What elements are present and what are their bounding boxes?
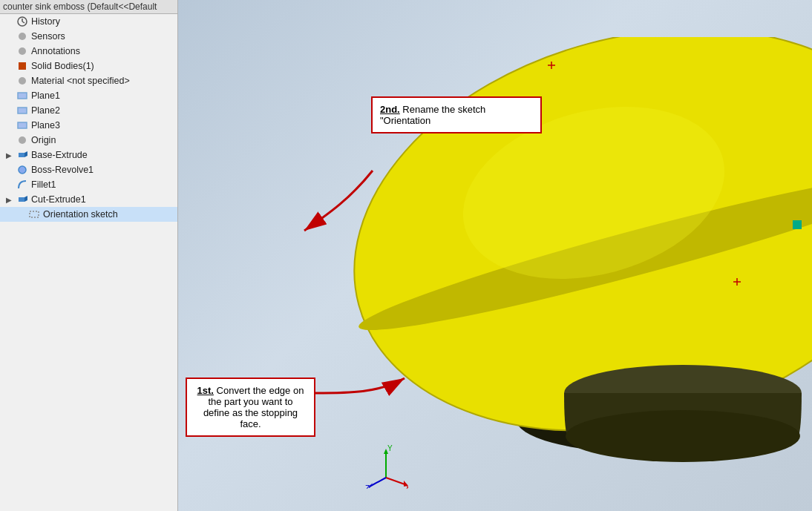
sidebar-item-label-origin: Origin: [31, 135, 56, 145]
icon-annotation: [16, 45, 28, 57]
icon-solid: [16, 60, 28, 72]
sidebar-item-label-material: Material <not specified>: [31, 76, 130, 86]
annotation-1st: 1st. Convert the edge on the part you wa…: [186, 378, 315, 437]
expand-arrow-boss-revolve1[interactable]: [6, 166, 13, 174]
svg-rect-9: [18, 122, 27, 128]
sidebar-item-label-plane1: Plane1: [31, 90, 60, 101]
sidebar-item-label-solid-bodies: Solid Bodies(1): [31, 61, 94, 71]
sidebar-item-boss-revolve1[interactable]: Boss-Revolve1: [0, 162, 177, 177]
annotation-2nd: 2nd. Rename the sketch "Orientation: [371, 96, 542, 133]
svg-line-2: [22, 22, 24, 23]
svg-point-4: [19, 47, 26, 55]
sidebar-item-solid-bodies[interactable]: Solid Bodies(1): [0, 59, 177, 73]
svg-rect-16: [30, 211, 39, 217]
expand-arrow-annotations[interactable]: [6, 47, 13, 56]
svg-marker-15: [24, 196, 27, 202]
sidebar-item-origin[interactable]: Origin: [0, 133, 177, 148]
3d-viewport[interactable]: 2nd. Rename the sketch "Orientation 1st.…: [178, 0, 812, 511]
svg-point-10: [19, 136, 26, 144]
sidebar-item-plane3[interactable]: Plane3: [0, 118, 177, 133]
svg-point-13: [19, 166, 26, 174]
svg-rect-30: [793, 220, 802, 229]
svg-marker-12: [24, 151, 27, 157]
sidebar-item-annotations[interactable]: Annotations: [0, 44, 177, 59]
sidebar-item-label-orientation-sketch: Orientation sketch: [43, 209, 118, 220]
icon-extrude: [16, 149, 28, 161]
expand-arrow-cut-extrude1[interactable]: ▶: [6, 196, 13, 204]
coordinate-triad: Y X Z: [364, 444, 408, 489]
icon-cut: [16, 194, 28, 205]
expand-arrow-history[interactable]: [6, 18, 13, 26]
svg-rect-7: [18, 93, 27, 99]
icon-plane: [16, 90, 28, 102]
sidebar-item-sensors[interactable]: Sensors: [0, 29, 177, 44]
step-1st-label: 1st.: [197, 385, 214, 396]
svg-rect-11: [19, 153, 24, 157]
sidebar-item-label-plane2: Plane2: [31, 105, 60, 116]
expand-arrow-plane3[interactable]: [6, 122, 13, 130]
sidebar-item-label-cut-extrude1: Cut-Extrude1: [31, 194, 86, 205]
svg-rect-14: [19, 197, 24, 202]
expand-arrow-solid-bodies[interactable]: [6, 62, 13, 70]
sidebar-item-plane2[interactable]: Plane2: [0, 103, 177, 118]
icon-revolve: [16, 164, 28, 176]
sidebar-item-label-history: History: [31, 16, 60, 27]
feature-tree-sidebar: counter sink emboss (Default<<Default Hi…: [0, 0, 178, 511]
svg-rect-8: [18, 108, 27, 113]
expand-arrow-plane2[interactable]: [6, 107, 13, 115]
sidebar-item-orientation-sketch[interactable]: Orientation sketch: [0, 207, 177, 222]
svg-line-35: [386, 478, 407, 485]
sidebar-item-label-annotations: Annotations: [31, 46, 80, 56]
sidebar-item-label-fillet1: Fillet1: [31, 179, 56, 190]
expand-arrow-orientation-sketch[interactable]: [18, 211, 25, 219]
sidebar-item-material[interactable]: Material <not specified>: [0, 73, 177, 88]
part-name-header: counter sink emboss (Default<<Default: [0, 0, 177, 14]
svg-text:Z: Z: [365, 484, 370, 489]
icon-sensor: [16, 30, 28, 42]
icon-plane: [16, 105, 28, 116]
svg-point-6: [19, 77, 26, 85]
sidebar-item-history[interactable]: History: [0, 14, 177, 29]
expand-arrow-fillet1[interactable]: [6, 181, 13, 189]
icon-clock: [16, 16, 28, 27]
step-2nd-label: 2nd.: [380, 104, 400, 115]
svg-text:Y: Y: [387, 444, 393, 452]
sidebar-item-fillet1[interactable]: Fillet1: [0, 177, 177, 192]
sidebar-item-label-sensors: Sensors: [31, 31, 65, 42]
expand-arrow-material[interactable]: [6, 77, 13, 85]
icon-origin: [16, 134, 28, 146]
sidebar-item-cut-extrude1[interactable]: ▶Cut-Extrude1: [0, 192, 177, 207]
icon-sketch: [28, 208, 40, 220]
svg-line-38: [370, 478, 386, 487]
annotation-1st-text: Convert the edge on the part you want to…: [203, 385, 304, 429]
sidebar-item-base-extrude[interactable]: ▶Base-Extrude: [0, 148, 177, 162]
svg-text:X: X: [405, 484, 408, 489]
icon-material: [16, 75, 28, 87]
svg-point-25: [566, 410, 800, 462]
sidebar-item-label-boss-revolve1: Boss-Revolve1: [31, 165, 94, 175]
expand-arrow-base-extrude[interactable]: ▶: [6, 151, 13, 159]
sidebar-item-label-base-extrude: Base-Extrude: [31, 150, 88, 160]
icon-plane: [16, 119, 28, 131]
expand-arrow-plane1[interactable]: [6, 92, 13, 100]
sidebar-item-label-plane3: Plane3: [31, 120, 60, 131]
icon-fillet: [16, 179, 28, 191]
expand-arrow-origin[interactable]: [6, 136, 13, 145]
svg-point-3: [19, 33, 26, 40]
sidebar-item-plane1[interactable]: Plane1: [0, 88, 177, 103]
svg-rect-5: [19, 62, 26, 70]
expand-arrow-sensors[interactable]: [6, 33, 13, 41]
